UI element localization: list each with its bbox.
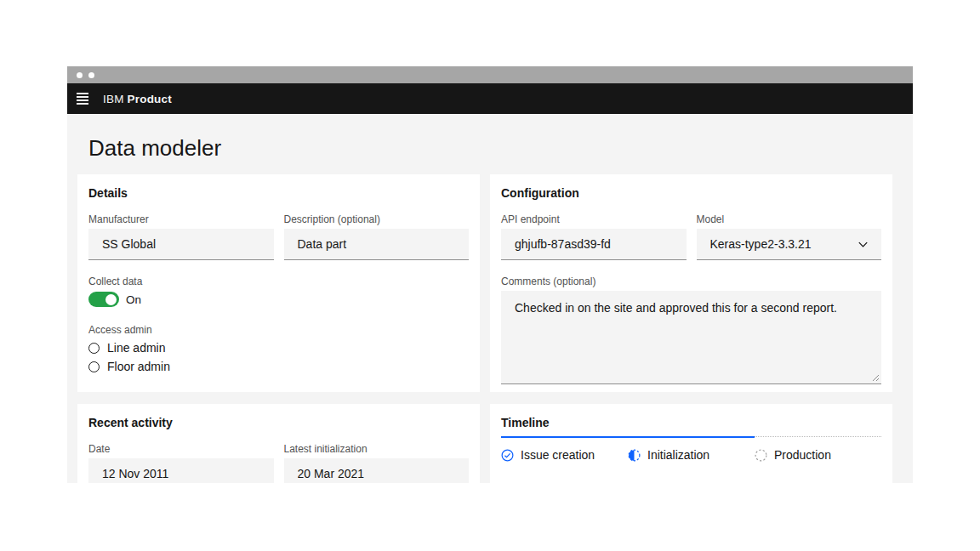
date-field-group: Date	[88, 442, 274, 483]
progress-step-issue-creation[interactable]: Issue creation	[501, 436, 628, 463]
api-endpoint-field-group: API endpoint	[501, 213, 687, 260]
app-window: IBM Product Data modeler Details Manufac…	[67, 66, 913, 483]
incomplete-half-circle-icon	[628, 449, 641, 462]
browser-titlebar	[67, 66, 913, 83]
resize-grip-icon[interactable]	[872, 374, 880, 382]
progress-line-current	[628, 436, 755, 438]
model-field-group: Model Keras-type2-3.3.21	[697, 213, 882, 260]
description-field-group: Description (optional)	[284, 213, 470, 260]
date-input[interactable]	[88, 458, 274, 483]
progress-step-label: Production	[774, 447, 831, 463]
recent-activity-card-title: Recent activity	[88, 415, 469, 430]
api-endpoint-label: API endpoint	[501, 213, 687, 226]
manufacturer-field-group: Manufacturer	[88, 213, 274, 260]
access-admin-group: Access admin Line admin Floor admin	[88, 323, 469, 375]
latest-initialization-field-group: Latest initialization	[284, 442, 470, 483]
radio-floor-admin[interactable]: Floor admin	[88, 358, 469, 375]
progress-line-complete	[501, 436, 628, 438]
chevron-down-icon	[857, 238, 869, 251]
app-header: IBM Product	[67, 83, 913, 114]
radio-line-admin[interactable]: Line admin	[88, 339, 469, 356]
api-endpoint-input[interactable]	[501, 229, 687, 260]
date-label: Date	[88, 442, 274, 456]
top-cards-row: Details Manufacturer Description (option…	[77, 174, 892, 392]
details-card-title: Details	[88, 185, 469, 201]
toggle-state-label: On	[126, 293, 141, 306]
brand-title[interactable]: IBM Product	[103, 93, 172, 105]
latest-initialization-label: Latest initialization	[284, 442, 470, 456]
manufacturer-input[interactable]	[88, 229, 274, 260]
progress-step-production[interactable]: Production	[755, 436, 881, 463]
comments-label: Comments (optional)	[501, 275, 881, 288]
toggle-knob	[105, 294, 117, 305]
radio-button-icon[interactable]	[88, 343, 100, 354]
collect-data-toggle[interactable]	[88, 292, 119, 307]
access-admin-label: Access admin	[88, 323, 469, 337]
progress-indicator: Issue creation Initialization	[501, 436, 881, 463]
comments-field-group: Comments (optional) Checked in on the si…	[501, 275, 881, 384]
description-input[interactable]	[284, 229, 470, 260]
recent-activity-card: Recent activity Date Latest initializati…	[77, 404, 480, 483]
radio-label: Line admin	[107, 341, 166, 355]
comments-textarea[interactable]: Checked in on the site and approved this…	[501, 291, 881, 384]
page-title: Data modeler	[88, 134, 913, 162]
bottom-cards-row: Recent activity Date Latest initializati…	[77, 404, 892, 483]
progress-step-label: Initialization	[647, 447, 709, 463]
menu-icon[interactable]	[77, 93, 88, 105]
timeline-card: Timeline Issue creation	[490, 404, 892, 483]
configuration-card: Configuration API endpoint Model Keras-t…	[490, 174, 892, 392]
model-dropdown-value: Keras-type2-3.3.21	[710, 237, 812, 251]
brand-name: Product	[128, 93, 172, 105]
checkmark-outline-icon	[501, 449, 514, 462]
progress-step-label: Issue creation	[521, 447, 595, 463]
radio-button-icon[interactable]	[88, 361, 100, 372]
collect-data-label: Collect data	[88, 275, 469, 288]
model-dropdown[interactable]: Keras-type2-3.3.21	[697, 229, 882, 260]
brand-prefix: IBM	[103, 93, 124, 105]
window-control-dot[interactable]	[88, 72, 94, 78]
timeline-card-title: Timeline	[501, 415, 881, 430]
radio-label: Floor admin	[107, 360, 170, 373]
description-label: Description (optional)	[284, 213, 470, 226]
manufacturer-label: Manufacturer	[88, 213, 274, 226]
window-control-dot[interactable]	[77, 72, 83, 78]
progress-line-future	[755, 436, 881, 438]
details-card: Details Manufacturer Description (option…	[77, 174, 480, 392]
progress-step-initialization[interactable]: Initialization	[628, 436, 755, 463]
latest-initialization-input[interactable]	[284, 458, 470, 483]
circle-dash-icon	[755, 449, 767, 462]
collect-data-group: Collect data On	[88, 275, 469, 307]
model-label: Model	[697, 213, 882, 226]
configuration-card-title: Configuration	[501, 185, 881, 201]
comments-text: Checked in on the site and approved this…	[515, 301, 837, 315]
